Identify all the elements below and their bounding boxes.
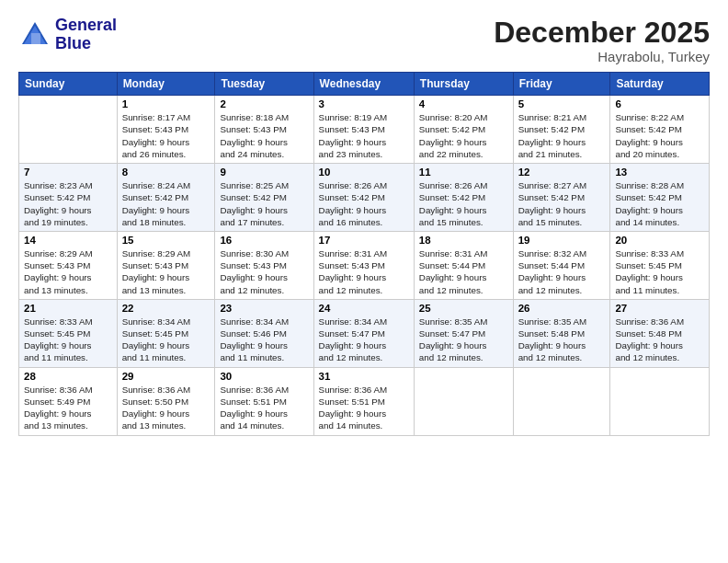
day-info: Sunrise: 8:20 AM Sunset: 5:42 PM Dayligh… xyxy=(419,111,508,160)
day-cell: 17Sunrise: 8:31 AM Sunset: 5:43 PM Dayli… xyxy=(313,231,414,299)
day-number: 14 xyxy=(24,235,112,246)
day-number: 5 xyxy=(518,98,606,109)
day-number: 1 xyxy=(122,98,210,109)
day-cell: 6Sunrise: 8:22 AM Sunset: 5:42 PM Daylig… xyxy=(610,96,710,164)
day-info: Sunrise: 8:35 AM Sunset: 5:48 PM Dayligh… xyxy=(518,316,606,364)
day-info: Sunrise: 8:28 AM Sunset: 5:42 PM Dayligh… xyxy=(615,179,704,228)
day-info: Sunrise: 8:27 AM Sunset: 5:42 PM Dayligh… xyxy=(518,179,606,228)
day-number: 20 xyxy=(615,235,704,246)
day-number: 27 xyxy=(615,303,704,314)
day-number: 28 xyxy=(24,371,112,382)
day-number: 25 xyxy=(419,303,508,314)
day-cell: 22Sunrise: 8:34 AM Sunset: 5:45 PM Dayli… xyxy=(117,299,215,367)
calendar-body: 1Sunrise: 8:17 AM Sunset: 5:43 PM Daylig… xyxy=(19,96,710,435)
day-info: Sunrise: 8:21 AM Sunset: 5:42 PM Dayligh… xyxy=(518,111,606,160)
day-info: Sunrise: 8:36 AM Sunset: 5:51 PM Dayligh… xyxy=(220,384,308,432)
day-cell: 20Sunrise: 8:33 AM Sunset: 5:45 PM Dayli… xyxy=(610,231,710,299)
day-cell: 28Sunrise: 8:36 AM Sunset: 5:49 PM Dayli… xyxy=(19,367,118,435)
day-info: Sunrise: 8:33 AM Sunset: 5:45 PM Dayligh… xyxy=(24,316,112,364)
header-cell-friday: Friday xyxy=(513,73,610,96)
title-area: December 2025 Hayrabolu, Turkey xyxy=(494,17,710,64)
calendar: SundayMondayTuesdayWednesdayThursdayFrid… xyxy=(18,72,710,435)
day-info: Sunrise: 8:34 AM Sunset: 5:47 PM Dayligh… xyxy=(319,316,409,364)
day-info: Sunrise: 8:17 AM Sunset: 5:43 PM Dayligh… xyxy=(122,111,210,160)
day-cell: 24Sunrise: 8:34 AM Sunset: 5:47 PM Dayli… xyxy=(313,299,414,367)
day-number: 16 xyxy=(220,235,308,246)
day-number: 24 xyxy=(319,303,409,314)
logo-line1: General xyxy=(55,17,117,35)
day-cell: 7Sunrise: 8:23 AM Sunset: 5:42 PM Daylig… xyxy=(19,164,118,232)
day-cell: 25Sunrise: 8:35 AM Sunset: 5:47 PM Dayli… xyxy=(414,299,513,367)
day-cell xyxy=(513,367,610,435)
svg-marker-2 xyxy=(31,33,40,44)
day-cell: 5Sunrise: 8:21 AM Sunset: 5:42 PM Daylig… xyxy=(513,96,610,164)
day-cell: 11Sunrise: 8:26 AM Sunset: 5:42 PM Dayli… xyxy=(414,164,513,232)
day-cell: 13Sunrise: 8:28 AM Sunset: 5:42 PM Dayli… xyxy=(610,164,710,232)
day-number: 19 xyxy=(518,235,606,246)
day-number: 23 xyxy=(220,303,308,314)
day-cell: 30Sunrise: 8:36 AM Sunset: 5:51 PM Dayli… xyxy=(215,367,313,435)
header-cell-saturday: Saturday xyxy=(610,73,710,96)
day-cell: 9Sunrise: 8:25 AM Sunset: 5:42 PM Daylig… xyxy=(215,164,313,232)
day-cell: 21Sunrise: 8:33 AM Sunset: 5:45 PM Dayli… xyxy=(19,299,118,367)
day-cell: 2Sunrise: 8:18 AM Sunset: 5:43 PM Daylig… xyxy=(215,96,313,164)
week-row-3: 14Sunrise: 8:29 AM Sunset: 5:43 PM Dayli… xyxy=(19,231,710,299)
day-number: 10 xyxy=(319,167,409,178)
logo-icon xyxy=(18,18,51,52)
day-cell: 15Sunrise: 8:29 AM Sunset: 5:43 PM Dayli… xyxy=(117,231,215,299)
day-cell: 10Sunrise: 8:26 AM Sunset: 5:42 PM Dayli… xyxy=(313,164,414,232)
day-info: Sunrise: 8:29 AM Sunset: 5:43 PM Dayligh… xyxy=(122,247,210,296)
day-info: Sunrise: 8:33 AM Sunset: 5:45 PM Dayligh… xyxy=(615,247,704,296)
day-number: 29 xyxy=(122,371,210,382)
location: Hayrabolu, Turkey xyxy=(494,49,710,64)
day-info: Sunrise: 8:25 AM Sunset: 5:42 PM Dayligh… xyxy=(220,179,308,228)
calendar-header: SundayMondayTuesdayWednesdayThursdayFrid… xyxy=(19,73,710,96)
day-cell: 8Sunrise: 8:24 AM Sunset: 5:42 PM Daylig… xyxy=(117,164,215,232)
day-number: 9 xyxy=(220,167,308,178)
day-number: 13 xyxy=(615,167,704,178)
day-cell: 27Sunrise: 8:36 AM Sunset: 5:48 PM Dayli… xyxy=(610,299,710,367)
week-row-1: 1Sunrise: 8:17 AM Sunset: 5:43 PM Daylig… xyxy=(19,96,710,164)
day-cell: 18Sunrise: 8:31 AM Sunset: 5:44 PM Dayli… xyxy=(414,231,513,299)
day-info: Sunrise: 8:36 AM Sunset: 5:49 PM Dayligh… xyxy=(24,384,112,432)
day-info: Sunrise: 8:18 AM Sunset: 5:43 PM Dayligh… xyxy=(220,111,308,160)
day-cell: 1Sunrise: 8:17 AM Sunset: 5:43 PM Daylig… xyxy=(117,96,215,164)
week-row-4: 21Sunrise: 8:33 AM Sunset: 5:45 PM Dayli… xyxy=(19,299,710,367)
day-number: 26 xyxy=(518,303,606,314)
header-cell-sunday: Sunday xyxy=(19,73,118,96)
day-cell: 29Sunrise: 8:36 AM Sunset: 5:50 PM Dayli… xyxy=(117,367,215,435)
day-number: 4 xyxy=(419,98,508,109)
day-number: 12 xyxy=(518,167,606,178)
logo: General Blue xyxy=(18,17,117,53)
day-info: Sunrise: 8:29 AM Sunset: 5:43 PM Dayligh… xyxy=(24,247,112,296)
header-row: SundayMondayTuesdayWednesdayThursdayFrid… xyxy=(19,73,710,96)
day-info: Sunrise: 8:34 AM Sunset: 5:45 PM Dayligh… xyxy=(122,316,210,364)
week-row-2: 7Sunrise: 8:23 AM Sunset: 5:42 PM Daylig… xyxy=(19,164,710,232)
header-cell-tuesday: Tuesday xyxy=(215,73,313,96)
header-cell-thursday: Thursday xyxy=(414,73,513,96)
day-cell: 19Sunrise: 8:32 AM Sunset: 5:44 PM Dayli… xyxy=(513,231,610,299)
day-number: 11 xyxy=(419,167,508,178)
day-number: 31 xyxy=(319,371,409,382)
logo-text: General Blue xyxy=(55,17,117,53)
day-info: Sunrise: 8:36 AM Sunset: 5:50 PM Dayligh… xyxy=(122,384,210,432)
day-number: 17 xyxy=(319,235,409,246)
day-cell: 26Sunrise: 8:35 AM Sunset: 5:48 PM Dayli… xyxy=(513,299,610,367)
day-cell: 31Sunrise: 8:36 AM Sunset: 5:51 PM Dayli… xyxy=(313,367,414,435)
day-info: Sunrise: 8:36 AM Sunset: 5:48 PM Dayligh… xyxy=(615,316,704,364)
header-cell-monday: Monday xyxy=(117,73,215,96)
logo-line2: Blue xyxy=(55,35,117,53)
day-info: Sunrise: 8:26 AM Sunset: 5:42 PM Dayligh… xyxy=(319,179,409,228)
day-info: Sunrise: 8:31 AM Sunset: 5:43 PM Dayligh… xyxy=(319,247,409,296)
day-number: 8 xyxy=(122,167,210,178)
day-cell: 16Sunrise: 8:30 AM Sunset: 5:43 PM Dayli… xyxy=(215,231,313,299)
day-cell: 14Sunrise: 8:29 AM Sunset: 5:43 PM Dayli… xyxy=(19,231,118,299)
header-cell-wednesday: Wednesday xyxy=(313,73,414,96)
day-number: 7 xyxy=(24,167,112,178)
day-number: 18 xyxy=(419,235,508,246)
day-info: Sunrise: 8:19 AM Sunset: 5:43 PM Dayligh… xyxy=(319,111,409,160)
day-info: Sunrise: 8:34 AM Sunset: 5:46 PM Dayligh… xyxy=(220,316,308,364)
day-number: 6 xyxy=(615,98,704,109)
day-cell: 3Sunrise: 8:19 AM Sunset: 5:43 PM Daylig… xyxy=(313,96,414,164)
day-number: 15 xyxy=(122,235,210,246)
